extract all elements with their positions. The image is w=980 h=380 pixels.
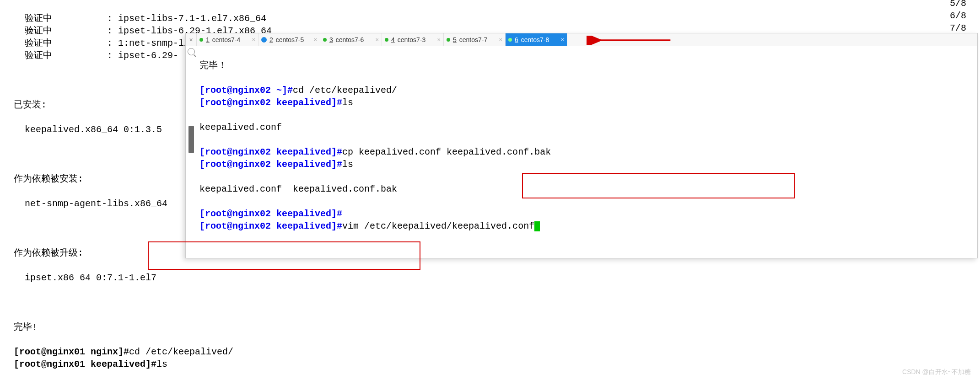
shell-command: cp keepalived.conf keepalived.conf.bak xyxy=(342,147,551,157)
close-tab-icon[interactable]: × xyxy=(313,36,317,43)
shell-prompt: [root@nginx02 keepalived]# xyxy=(199,97,342,108)
close-tab-icon[interactable]: × xyxy=(560,36,564,43)
status-dot-icon xyxy=(385,38,388,42)
prompt-line: [root@nginx02 keepalived]#cp keepalived.… xyxy=(199,146,551,158)
shell-prompt: [root@nginx01 keepalived]# xyxy=(14,359,156,369)
status-dot-icon xyxy=(323,38,327,42)
prompt-line: [root@nginx01 nginx]#cd /etc/keepalived/ xyxy=(14,346,365,358)
terminal-gutter xyxy=(186,46,197,258)
tab-centos7-5[interactable]: 2 centos7-5× xyxy=(258,33,320,46)
progress-fraction: 7/8 xyxy=(950,23,966,33)
shell-prompt: [root@nginx02 keepalived]# xyxy=(199,159,342,170)
dep-upgraded-pkg: ipset.x86_64 0:7.1-1.el7 xyxy=(14,272,365,284)
tab-centos7-6[interactable]: 3 centos7-6× xyxy=(320,33,382,46)
tab-centos7-7[interactable]: 5 centos7-7× xyxy=(444,33,506,46)
prompt-line: [root@nginx02 keepalived]#vim /etc/keepa… xyxy=(199,220,551,232)
scrollbar-thumb[interactable] xyxy=(188,126,194,153)
shell-command: ls xyxy=(156,359,167,369)
tab-number: 5 xyxy=(453,36,457,43)
shell-command: cd /etc/keepalived/ xyxy=(129,347,233,357)
status-dot-icon xyxy=(447,38,450,42)
close-tab-icon[interactable]: × xyxy=(375,36,379,43)
shell-command: vim /etc/keepalived/keepalived.conf xyxy=(342,221,534,231)
shell-prompt: [root@nginx02 keepalived]# xyxy=(199,221,342,231)
tab-centos7-8[interactable]: 6 centos7-8× xyxy=(506,33,567,46)
tab-label: centos7-6 xyxy=(336,36,364,43)
tab-number: 2 xyxy=(269,36,273,43)
tab-centos7-3[interactable]: 4 centos7-3× xyxy=(382,33,444,46)
tab-number: 3 xyxy=(329,36,333,43)
done-text: 完毕! xyxy=(14,321,365,333)
tab-number: 6 xyxy=(515,36,518,43)
popup-terminal-content[interactable]: 完毕！ [root@nginx02 ~]#cd /etc/keepalived/… xyxy=(197,46,554,258)
info-icon xyxy=(261,37,267,43)
shell-prompt: [root@nginx02 keepalived]# xyxy=(199,209,342,219)
tab-centos7-4[interactable]: 1 centos7-4× xyxy=(197,33,258,46)
tab-label: centos7-4 xyxy=(212,36,240,43)
shell-command: ls xyxy=(342,97,353,108)
progress-fraction: 5/8 xyxy=(950,0,966,9)
close-all-tabs-button[interactable]: × xyxy=(186,33,197,46)
prompt-line: [root@nginx02 keepalived]# xyxy=(199,208,551,220)
ls-output: keepalived.conf keepalived.conf.bak xyxy=(199,183,551,195)
shell-prompt: [root@nginx01 nginx]# xyxy=(14,347,129,357)
shell-command: ls xyxy=(342,159,353,170)
shell-command: cd /etc/keepalived/ xyxy=(293,85,397,96)
prompt-line: [root@nginx02 keepalived]#ls xyxy=(199,158,551,171)
close-tab-icon[interactable]: × xyxy=(437,36,441,43)
status-dot-icon xyxy=(199,38,203,42)
tab-label: centos7-8 xyxy=(521,36,549,43)
close-tab-icon[interactable]: × xyxy=(499,36,502,43)
close-tab-icon[interactable]: × xyxy=(252,36,255,43)
search-icon[interactable] xyxy=(188,48,195,55)
tab-number: 1 xyxy=(206,36,210,43)
shell-prompt: [root@nginx02 ~]# xyxy=(199,85,293,96)
shell-prompt: [root@nginx02 keepalived]# xyxy=(199,147,342,157)
cursor xyxy=(534,221,540,231)
ls-output: keepalived.conf xyxy=(199,121,551,134)
terminal-window-popup: × 1 centos7-4×2 centos7-5×3 centos7-6×4 … xyxy=(185,33,978,258)
tab-label: centos7-7 xyxy=(459,36,487,43)
tab-label: centos7-5 xyxy=(276,36,304,43)
tab-number: 4 xyxy=(391,36,395,43)
prompt-line: [root@nginx02 keepalived]#ls xyxy=(199,96,551,109)
watermark: CSDN @白开水~不加糖 xyxy=(902,368,971,376)
progress-fraction: 6/8 xyxy=(950,11,966,21)
tab-label: centos7-3 xyxy=(398,36,425,43)
verify-line: 验证中 : ipset-libs-7.1-1.el7.x86_64 xyxy=(14,12,365,25)
prompt-line: [root@nginx02 ~]#cd /etc/keepalived/ xyxy=(199,84,551,96)
tab-bar: × 1 centos7-4×2 centos7-5×3 centos7-6×4 … xyxy=(186,33,977,46)
done-text: 完毕！ xyxy=(199,59,551,72)
prompt-line: [root@nginx01 keepalived]#ls xyxy=(14,358,365,370)
status-dot-icon xyxy=(508,38,512,42)
